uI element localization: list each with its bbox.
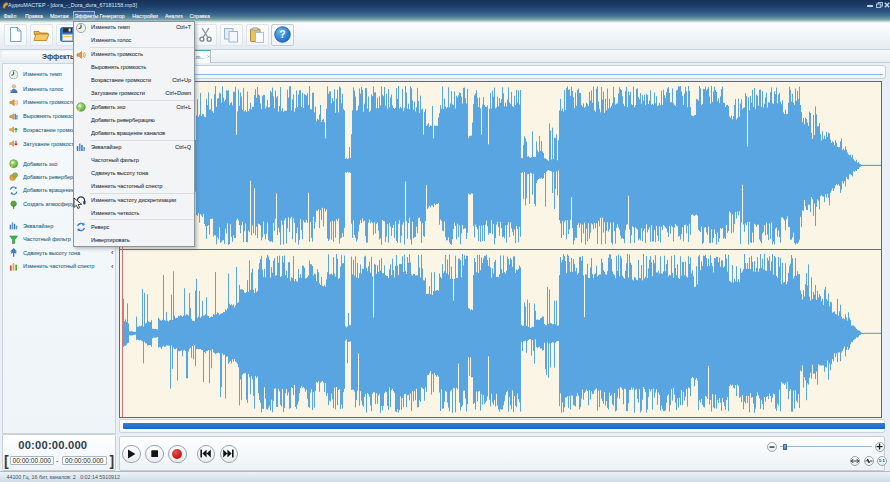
- svg-text:?: ?: [279, 28, 285, 40]
